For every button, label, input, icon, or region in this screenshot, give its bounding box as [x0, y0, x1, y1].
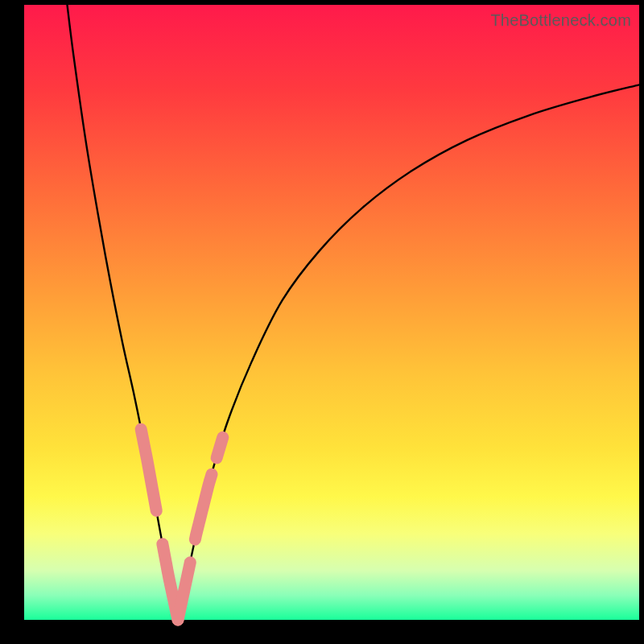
- plot-area: TheBottleneck.com: [24, 5, 639, 620]
- highlight-segment: [178, 563, 190, 620]
- bottleneck-curve: [24, 5, 639, 620]
- highlight-segment: [195, 474, 212, 539]
- chart-frame: TheBottleneck.com: [0, 0, 644, 644]
- highlight-segment: [217, 437, 223, 457]
- curve-right-branch: [178, 85, 639, 620]
- highlight-segment: [141, 429, 156, 510]
- curve-left-branch: [67, 5, 178, 620]
